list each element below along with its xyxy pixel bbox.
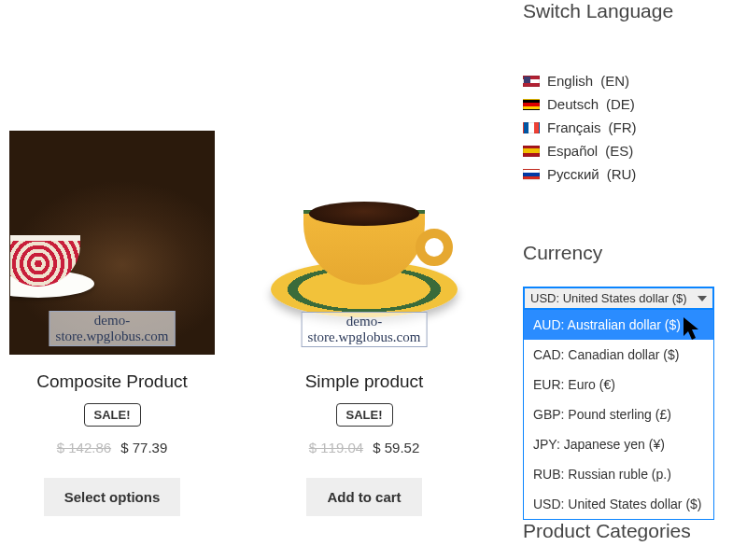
switch-language-heading: Switch Language	[523, 0, 728, 22]
new-price: $ 59.52	[373, 440, 419, 455]
currency-option-aud[interactable]: AUD: Australian dollar ($)	[524, 310, 713, 340]
flag-es-icon	[523, 146, 540, 157]
language-label: Español	[547, 143, 598, 159]
language-list: English (EN) Deutsch (DE) Français (FR) …	[523, 69, 728, 186]
language-option-ru[interactable]: Русский (RU)	[523, 162, 728, 186]
language-label: Français	[547, 119, 601, 135]
currency-dropdown: AUD: Australian dollar ($) CAD: Canadian…	[523, 310, 714, 520]
sale-badge: SALE!	[336, 403, 393, 427]
currency-option-cad[interactable]: CAD: Canadian dollar ($)	[524, 340, 713, 370]
product-image[interactable]: demo-store.wpglobus.com	[9, 131, 215, 355]
product-title[interactable]: Composite Product	[0, 371, 224, 392]
language-label: Русский	[547, 166, 599, 182]
currency-select[interactable]: USD: United States dollar ($)	[523, 287, 714, 310]
currency-option-gbp[interactable]: GBP: Pound sterling (£)	[524, 399, 713, 429]
language-label: English	[547, 73, 593, 89]
product-grid: demo-store.wpglobus.com Composite Produc…	[0, 0, 504, 560]
product-card: demo-store.wpglobus.com Simple product S…	[252, 131, 476, 516]
language-code: (RU)	[607, 166, 637, 182]
product-categories-heading: Product Categories	[523, 520, 728, 542]
language-code: (FR)	[609, 119, 637, 135]
product-title[interactable]: Simple product	[252, 371, 476, 392]
watermark: demo-store.wpglobus.com	[49, 311, 176, 346]
add-to-cart-button[interactable]: Add to cart	[306, 478, 421, 516]
flag-ru-icon	[523, 169, 540, 180]
currency-heading: Currency	[523, 242, 728, 264]
sidebar: Switch Language English (EN) Deutsch (DE…	[523, 0, 728, 560]
currency-option-eur[interactable]: EUR: Euro (€)	[524, 370, 713, 399]
watermark: demo-store.wpglobus.com	[302, 312, 428, 347]
currency-option-usd[interactable]: USD: United States dollar ($)	[524, 489, 713, 519]
product-card: demo-store.wpglobus.com Composite Produc…	[0, 131, 224, 516]
old-price: $ 119.04	[309, 440, 363, 455]
price: $ 119.04 $ 59.52	[252, 440, 476, 455]
language-option-es[interactable]: Español (ES)	[523, 139, 728, 162]
language-code: (DE)	[606, 96, 635, 112]
flag-fr-icon	[523, 122, 540, 133]
new-price: $ 77.39	[120, 440, 167, 455]
language-option-en[interactable]: English (EN)	[523, 69, 728, 92]
currency-option-jpy[interactable]: JPY: Japanese yen (¥)	[524, 429, 713, 459]
flag-us-icon	[523, 76, 540, 87]
language-code: (EN)	[600, 73, 629, 89]
language-option-fr[interactable]: Français (FR)	[523, 116, 728, 139]
old-price: $ 142.86	[57, 440, 111, 455]
product-image[interactable]: demo-store.wpglobus.com	[261, 131, 467, 355]
language-option-de[interactable]: Deutsch (DE)	[523, 92, 728, 116]
currency-option-rub[interactable]: RUB: Russian ruble (р.)	[524, 459, 713, 489]
sale-badge: SALE!	[84, 403, 141, 427]
chevron-down-icon	[698, 296, 707, 301]
language-code: (ES)	[605, 143, 633, 159]
currency-selected-value: USD: United States dollar ($)	[530, 291, 687, 305]
select-options-button[interactable]: Select options	[44, 478, 181, 516]
language-label: Deutsch	[547, 96, 599, 112]
flag-de-icon	[523, 99, 540, 110]
price: $ 142.86 $ 77.39	[0, 440, 224, 455]
